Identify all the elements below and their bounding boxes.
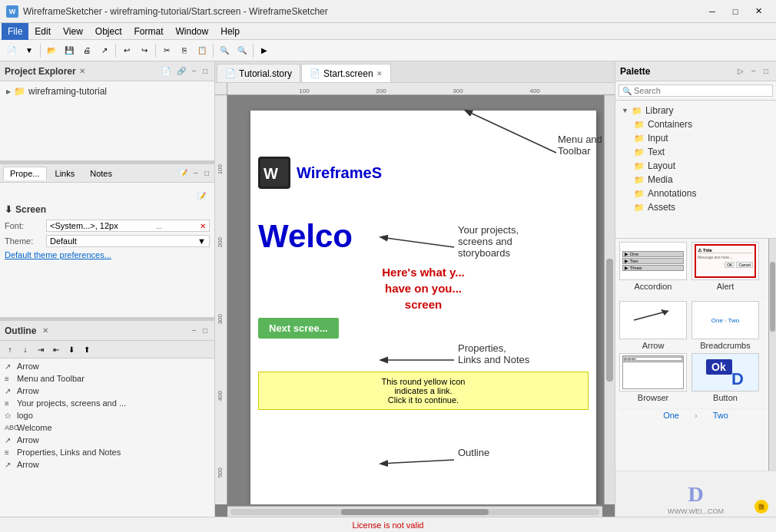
outline-item-arrow-4[interactable]: ↗ Arrow [2,458,213,471]
menu-view[interactable]: View [57,23,89,40]
outline-outdent[interactable]: ⇤ [49,342,63,356]
toolbar-share[interactable]: ↗ [96,42,113,59]
canvas-hscroll[interactable] [227,506,602,517]
toolbar-paste[interactable]: 📋 [194,42,211,59]
outline-item-arrow-3[interactable]: ↗ Arrow [2,434,213,446]
tab-notes[interactable]: Notes [83,167,119,180]
palette-item-input[interactable]: 📁 Input [631,131,773,145]
outline-move-up-btn[interactable]: ⬆ [80,342,94,356]
menu-window[interactable]: Window [170,23,215,40]
palette-breadcrumbs[interactable]: One › Two Breadcrumbs [691,301,760,350]
tab-start-close[interactable]: ✕ [376,70,383,78]
toolbar-copy[interactable]: ⎘ [176,42,193,59]
props-pin[interactable]: □ [202,168,211,178]
palette-item-layout[interactable]: 📁 Layout [631,159,773,173]
outline-collapse-btn[interactable]: − [190,325,199,335]
tab-links[interactable]: Links [48,167,82,180]
outline-pin-btn[interactable]: □ [201,325,210,335]
outline-item-welcome[interactable]: ABC Welcome [2,421,213,434]
font-value[interactable]: <System...>, 12px ... ✕ [46,220,210,232]
maximize-button[interactable]: □ [724,4,747,19]
toolbar-new[interactable]: 📄 [3,42,20,59]
outline-badge: ✕ [42,326,48,335]
canvas-vscroll[interactable] [604,95,615,504]
button-svg: Ok D [702,355,748,389]
toolbar-zoom-in[interactable]: 🔍 [234,42,250,59]
palette-arrow[interactable]: Arrow [618,301,688,350]
outline-indent[interactable]: ⇥ [34,342,48,356]
menu-file[interactable]: File [2,23,28,40]
toolbar-print[interactable]: 🖨 [78,42,95,59]
props-new-btn[interactable]: 📝 [176,168,190,178]
menu-help[interactable]: Help [214,23,246,40]
palette-expand-btn[interactable]: ▷ [735,66,747,76]
palette-header: Palette ▷ − □ [615,61,776,81]
vscroll-thumb[interactable] [606,259,613,382]
props-toolbar-btn[interactable]: 📝 [194,189,208,203]
font-clear[interactable]: ✕ [200,222,206,230]
toolbar-zoom-out[interactable]: 🔍 [216,42,233,59]
toolbar-open[interactable]: 📂 [43,42,60,59]
outline-label-7: Arrow [17,435,39,444]
outline-item-menu[interactable]: ≡ Menu and Toolbar [2,372,213,385]
palette-browser[interactable]: Browser [618,353,688,402]
tab-tutorial-story[interactable]: 📄 Tutorial.story [217,64,300,82]
palette-button[interactable]: Ok D Button [691,353,760,402]
props-collapse[interactable]: − [191,168,201,178]
canvas-content[interactable]: W WireframeS Welco Here's what y...have … [227,95,615,504]
outline-down-arrow[interactable]: ↓ [18,342,32,356]
menu-format[interactable]: Format [128,23,170,40]
outline-item-arrow-2[interactable]: ↗ Arrow [2,385,213,397]
outline-item-arrow-1[interactable]: ↗ Arrow [2,360,213,372]
tab-start-screen[interactable]: 📄 Start.screen ✕ [301,64,391,82]
toolbar-save[interactable]: 💾 [61,42,78,59]
outline-move-down-btn[interactable]: ⬇ [65,342,78,356]
palette-item-annotations[interactable]: 📁 Annotations [631,187,773,200]
pe-link-btn[interactable]: 🔗 [174,66,188,76]
palette-vscroll[interactable] [768,239,776,471]
ws-logo-text: WireframeS [297,164,382,182]
toolbar-redo[interactable]: ↪ [136,42,153,59]
outline-item-props[interactable]: ≡ Properties, Links and Notes [2,446,213,458]
close-button[interactable]: ✕ [747,4,770,19]
tab-properties[interactable]: Prope... [3,167,47,180]
palette-collapse-btn[interactable]: − [748,66,759,76]
browser-thumb [619,353,687,392]
tree-item-root[interactable]: ▶ 📁 wireframing-tutorial [3,84,211,98]
toolbar-undo[interactable]: ↩ [118,42,135,59]
tab-tutorial-icon: 📄 [225,68,236,78]
palette-items-container: ▶ One ▶ Two ▶ Three Accordion ⚠ Title Me… [615,239,776,471]
theme-select[interactable]: Default ▼ [46,235,210,247]
palette-pin-btn[interactable]: □ [761,66,771,76]
theme-preferences-link[interactable]: Default theme preferences... [5,250,210,259]
palette-item-text[interactable]: 📁 Text [631,145,773,159]
search-input[interactable] [634,86,769,95]
font-dots[interactable]: ... [156,222,162,230]
palette-vscroll-thumb[interactable] [770,262,775,332]
pe-new-btn[interactable]: 📄 [159,66,173,76]
canvas-area[interactable]: 100 200 300 400 100 200 300 400 500 [215,83,615,517]
toolbar-cut[interactable]: ✂ [158,42,175,59]
palette-item-media[interactable]: 📁 Media [631,173,773,187]
outline-item-logo[interactable]: ✩ logo [2,409,213,421]
palette-accordion[interactable]: ▶ One ▶ Two ▶ Three Accordion [618,242,688,291]
hscroll-thumb[interactable] [341,509,489,515]
toolbar-dropdown[interactable]: ▼ [21,42,38,59]
project-explorer-close[interactable]: ✕ [79,67,85,75]
menu-edit[interactable]: Edit [28,23,57,40]
menu-object[interactable]: Object [89,23,128,40]
watermark-circle: 微 [754,500,768,514]
palette-item-containers[interactable]: 📁 Containers [631,117,773,131]
search-input-wrapper[interactable]: 🔍 [618,84,773,97]
toolbar-preview[interactable]: ▶ [256,42,273,59]
palette-item-assets[interactable]: 📁 Assets [631,200,773,214]
minimize-button[interactable]: ─ [701,4,724,19]
outline-item-projects[interactable]: ≡ Your projects, screens and ... [2,397,213,409]
arrow-svg [626,303,680,337]
next-screen-button[interactable]: Next scree... [258,318,339,339]
watermark-icon: 微 [754,500,768,514]
outline-up-arrow[interactable]: ↑ [3,342,17,356]
pe-pin-btn[interactable]: □ [201,66,210,76]
palette-alert[interactable]: ⚠ Title Message text here... OK Cancel A… [691,242,760,291]
pe-collapse-btn[interactable]: − [190,66,199,76]
